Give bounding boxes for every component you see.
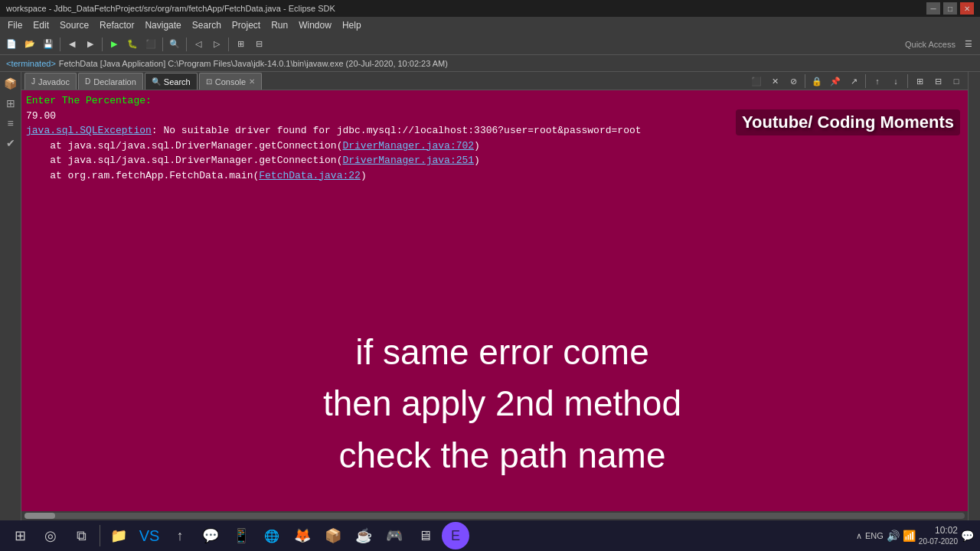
console-stack-3-link[interactable]: FetchData.java:22 xyxy=(259,170,361,181)
menu-source[interactable]: Source xyxy=(55,18,93,32)
main-layout: 📦 ⊞ ≡ ✔ J Javadoc D Declaration 🔍 Search… xyxy=(0,72,980,520)
toolbar-search[interactable]: 🔍 xyxy=(166,36,183,53)
taskbar-network[interactable]: 📶 xyxy=(903,530,916,542)
toolbar-forward[interactable]: ▶ xyxy=(82,36,99,53)
taskbar-game[interactable]: 🎮 xyxy=(381,522,408,549)
taskbar-up-arrow[interactable]: ↑ xyxy=(166,522,194,549)
minimize-button[interactable]: ─ xyxy=(926,2,940,15)
sidebar-packages-icon[interactable]: 📦 xyxy=(2,75,19,92)
menu-project[interactable]: Project xyxy=(227,18,265,32)
quick-access-bar: <terminated> FetchData [Java Application… xyxy=(0,55,980,72)
scrollbar-track xyxy=(24,513,965,519)
taskbar-chat[interactable]: 💬 xyxy=(197,522,224,549)
taskbar-eclipse[interactable]: E xyxy=(442,522,469,549)
toolbar-perspective-btn[interactable]: ☰ xyxy=(960,36,977,53)
console-stack-2-pre: at java.sql/java.sql.DriverManager.getCo… xyxy=(26,155,342,166)
console-stack-2-link[interactable]: DriverManager.java:251 xyxy=(342,155,474,166)
taskbar-browser[interactable]: 🌐 xyxy=(258,522,286,549)
taskbar-java[interactable]: ☕ xyxy=(350,522,377,549)
tab-console[interactable]: ⊡ Console ✕ xyxy=(199,73,262,90)
taskbar: ⊞ ◎ ⧉ 📁 VS ↑ 💬 📱 🌐 🦊 📦 ☕ 🎮 🖥 E ∧ ENG 🔊 📶… xyxy=(0,520,980,551)
menu-edit[interactable]: Edit xyxy=(28,18,54,32)
taskbar-sep-1 xyxy=(100,525,100,546)
console-wrapper: Enter The Percentage: 79.00 java.sql.SQL… xyxy=(21,90,968,511)
taskbar-taskview[interactable]: ⧉ xyxy=(67,522,95,549)
menu-navigate[interactable]: Navigate xyxy=(140,18,185,32)
maximize-button[interactable]: □ xyxy=(943,2,957,15)
console-stack-1-pre: at java.sql/java.sql.DriverManager.getCo… xyxy=(26,140,342,152)
horizontal-scrollbar[interactable] xyxy=(21,511,968,520)
scrollbar-thumb[interactable] xyxy=(24,513,55,519)
toolbar-separator-2 xyxy=(102,37,103,51)
taskbar-lang[interactable]: ENG xyxy=(865,531,884,540)
taskbar-clock[interactable]: 10:02 20-07-2020 xyxy=(919,525,958,547)
console-stack-1-post: ) xyxy=(474,140,480,152)
menu-help[interactable]: Help xyxy=(338,18,366,32)
toolbar-perspective2[interactable]: ⊟ xyxy=(250,36,267,53)
toolbar-open[interactable]: 📂 xyxy=(21,36,38,53)
window-controls: ─ □ ✕ xyxy=(926,2,974,15)
toolbar-perspective[interactable]: ⊞ xyxy=(232,36,249,53)
taskbar-volume[interactable]: 🔊 xyxy=(887,530,900,542)
tab-declaration[interactable]: D Declaration xyxy=(78,73,143,90)
toolbar-save[interactable]: 💾 xyxy=(40,36,57,53)
console-up-btn[interactable]: ↑ xyxy=(869,73,886,90)
console-stack-2-post: ) xyxy=(474,155,480,166)
console-exception-link[interactable]: java.sql.SQLException xyxy=(26,125,152,136)
taskbar-date: 20-07-2020 xyxy=(919,536,958,546)
console-down-btn[interactable]: ↓ xyxy=(887,73,904,90)
menu-run[interactable]: Run xyxy=(266,18,292,32)
tab-search[interactable]: 🔍 Search xyxy=(145,73,198,90)
taskbar-chevron[interactable]: ∧ xyxy=(856,531,862,541)
menu-search[interactable]: Search xyxy=(188,18,226,32)
tab-console-label: Console xyxy=(215,77,246,86)
toolbar-debug[interactable]: 🐛 xyxy=(124,36,141,53)
tab-javadoc-icon: J xyxy=(31,77,35,86)
taskbar-vscode[interactable]: VS xyxy=(136,522,163,549)
title-text: workspace - Jdbc_DataFetchProject/src/or… xyxy=(6,4,335,13)
taskbar-package[interactable]: 📦 xyxy=(319,522,347,549)
tab-javadoc[interactable]: J Javadoc xyxy=(24,73,77,90)
toolbar-new[interactable]: 📄 xyxy=(3,36,20,53)
toolbar-back[interactable]: ◀ xyxy=(64,36,80,53)
toolbar-stop[interactable]: ⬛ xyxy=(142,36,159,53)
console-terminate-btn[interactable]: ⬛ xyxy=(748,73,765,90)
menu-file[interactable]: File xyxy=(3,18,27,32)
console-stack-3-pre: at org.ram.fetchApp.FetchData.main( xyxy=(26,170,259,181)
sidebar-hierarchy-icon[interactable]: ⊞ xyxy=(2,95,19,112)
console-open-btn[interactable]: ↗ xyxy=(845,73,862,90)
menu-window[interactable]: Window xyxy=(294,18,336,32)
taskbar-start[interactable]: ⊞ xyxy=(6,522,34,549)
tab-console-icon: ⊡ xyxy=(206,77,212,86)
toolbar-next-edit[interactable]: ▷ xyxy=(208,36,225,53)
console-pin-btn[interactable]: 📌 xyxy=(827,73,844,90)
console-stack-3-post: ) xyxy=(361,170,367,181)
sidebar-tasks-icon[interactable]: ✔ xyxy=(2,135,19,152)
console-display-btn[interactable]: ⊞ xyxy=(911,73,928,90)
breadcrumb-path: <terminated> xyxy=(6,59,56,68)
console-clear-btn[interactable]: ⊘ xyxy=(785,73,802,90)
tab-search-label: Search xyxy=(164,77,191,86)
toolbar-separator-5 xyxy=(228,37,229,51)
console-line-6: at org.ram.fetchApp.FetchData.main(Fetch… xyxy=(26,168,963,184)
sidebar-outline-icon[interactable]: ≡ xyxy=(2,115,19,132)
sidebar-left: 📦 ⊞ ≡ ✔ xyxy=(0,72,21,520)
toolbar-prev-edit[interactable]: ◁ xyxy=(190,36,207,53)
taskbar-explorer[interactable]: 📁 xyxy=(105,522,132,549)
taskbar-search[interactable]: ◎ xyxy=(37,522,64,549)
toolbar-run[interactable]: ▶ xyxy=(106,36,122,53)
close-button[interactable]: ✕ xyxy=(960,2,974,15)
menu-refactor[interactable]: Refactor xyxy=(95,18,139,32)
console-remove-btn[interactable]: ✕ xyxy=(766,73,783,90)
taskbar-monitor[interactable]: 🖥 xyxy=(411,522,439,549)
taskbar-firefox[interactable]: 🦊 xyxy=(289,522,316,549)
tab-console-close[interactable]: ✕ xyxy=(249,77,255,86)
taskbar-phone[interactable]: 📱 xyxy=(227,522,255,549)
content-area: J Javadoc D Declaration 🔍 Search ⊡ Conso… xyxy=(21,72,968,520)
taskbar-notification[interactable]: 💬 xyxy=(961,530,974,542)
console-minimize-btn[interactable]: ⊟ xyxy=(929,73,946,90)
console-line-5: at java.sql/java.sql.DriverManager.getCo… xyxy=(26,153,963,168)
console-scroll-lock-btn[interactable]: 🔒 xyxy=(808,73,825,90)
console-maximize-btn[interactable]: □ xyxy=(948,73,965,90)
console-stack-1-link[interactable]: DriverManager.java:702 xyxy=(342,140,474,152)
